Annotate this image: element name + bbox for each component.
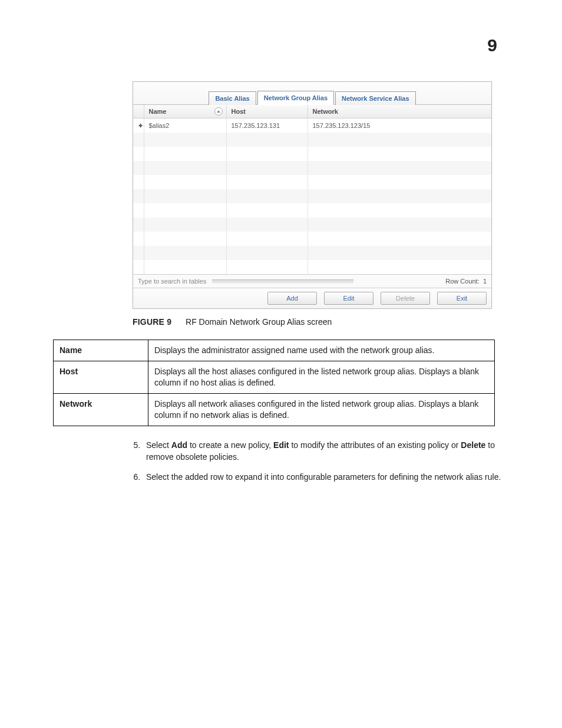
desc-row: Name Displays the administrator assigned… (54, 340, 495, 361)
expand-icon[interactable]: ✦ (133, 118, 144, 133)
step-bold: Add (171, 440, 187, 450)
tab-network-service-alias[interactable]: Network Service Alias (335, 91, 416, 105)
delete-button[interactable]: Delete (381, 292, 430, 305)
col-name-label: Name (149, 108, 167, 115)
step-6: Select the added row to expand it into c… (143, 471, 508, 483)
step-5: Select Add to create a new policy, Edit … (143, 439, 508, 463)
step-text: Select (146, 440, 171, 450)
document-page: 9 Basic Alias Network Group Alias Networ… (0, 0, 562, 728)
table-row (133, 133, 491, 147)
col-host-header[interactable]: Host (226, 105, 308, 118)
desc-row: Network Displays all network aliases con… (54, 394, 495, 426)
tab-label: Network Service Alias (342, 95, 409, 102)
row-count: Row Count: 1 (445, 278, 487, 285)
table-row[interactable]: ✦ $alias2 157.235.123.131 157.235.123.12… (133, 118, 491, 133)
desc-val: Displays all the host aliases configured… (148, 361, 495, 394)
desc-key: Host (54, 361, 148, 394)
app-screenshot: Basic Alias Network Group Alias Network … (133, 81, 492, 309)
table-row (133, 203, 491, 218)
alias-grid: Name Host Network ✦ $alias2 157.235.123.… (133, 105, 491, 274)
cell-host: 157.235.123.131 (226, 118, 308, 133)
expand-header (133, 105, 144, 118)
col-name-header[interactable]: Name (144, 105, 226, 118)
figure-label: FIGURE 9 (133, 317, 171, 327)
col-network-label: Network (313, 108, 338, 115)
button-label: Edit (343, 295, 355, 302)
figure-title: RF Domain Network Group Alias screen (186, 317, 332, 327)
tab-label: Network Group Alias (264, 94, 328, 101)
desc-val: Displays all network aliases configured … (148, 394, 495, 426)
table-row (133, 189, 491, 203)
row-count-label: Row Count: (445, 278, 479, 285)
step-text: Select the added row to expand it into c… (146, 472, 501, 482)
grid-header-row: Name Host Network (133, 105, 491, 118)
cell-name: $alias2 (144, 118, 226, 133)
cell-network: 157.235.123.123/15 (308, 118, 491, 133)
table-row (133, 246, 491, 260)
tab-label: Basic Alias (215, 95, 249, 102)
figure-caption: FIGURE 9 RF Domain Network Group Alias s… (133, 317, 527, 327)
col-host-label: Host (232, 108, 246, 115)
desc-key: Name (54, 340, 148, 361)
desc-key: Network (54, 394, 148, 426)
step-bold: Delete (461, 440, 485, 450)
step-text: to modify the attributes of an existing … (289, 440, 461, 450)
edit-button[interactable]: Edit (324, 292, 373, 305)
step-text: to create a new policy, (187, 440, 273, 450)
exit-button[interactable]: Exit (437, 292, 487, 305)
step-bold: Edit (273, 440, 289, 450)
col-network-header[interactable]: Network (308, 105, 491, 118)
tab-basic-alias[interactable]: Basic Alias (209, 91, 256, 105)
page-number: 9 (487, 35, 497, 55)
instruction-list: Select Add to create a new policy, Edit … (143, 439, 508, 483)
desc-val: Displays the administrator assigned name… (148, 340, 495, 361)
table-row (133, 161, 491, 175)
search-input[interactable]: Type to search in tables (138, 278, 206, 285)
button-label: Exit (457, 295, 467, 302)
sort-asc-icon[interactable] (214, 107, 223, 116)
table-row (133, 218, 491, 232)
add-button[interactable]: Add (267, 292, 317, 305)
action-bar: Add Edit Delete Exit (133, 288, 491, 308)
tab-network-group-alias[interactable]: Network Group Alias (257, 91, 334, 105)
button-label: Delete (396, 295, 415, 302)
table-row (133, 260, 491, 274)
table-row (133, 175, 491, 189)
button-label: Add (286, 295, 298, 302)
grid-footer: Type to search in tables Row Count: 1 (133, 274, 491, 288)
search-scroll-indicator (212, 279, 353, 284)
grid-body: ✦ $alias2 157.235.123.131 157.235.123.12… (133, 118, 491, 275)
table-row (133, 232, 491, 246)
desc-row: Host Displays all the host aliases confi… (54, 361, 495, 394)
tab-bar: Basic Alias Network Group Alias Network … (133, 82, 491, 105)
row-count-value: 1 (483, 278, 487, 285)
table-row (133, 147, 491, 161)
description-table: Name Displays the administrator assigned… (53, 340, 495, 426)
